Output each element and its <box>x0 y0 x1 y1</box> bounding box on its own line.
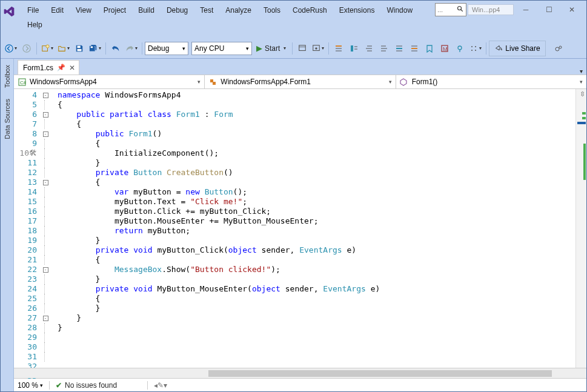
maximize-button[interactable]: ☐ <box>538 3 560 16</box>
issues-text: No issues found <box>65 381 117 390</box>
menu-build[interactable]: Build <box>132 3 161 18</box>
menu-tools[interactable]: Tools <box>257 3 287 18</box>
save-all-button[interactable] <box>87 41 103 56</box>
quick-launch-search[interactable] <box>435 3 466 16</box>
toolbar-btn-g1[interactable] <box>331 41 346 56</box>
nav-member-label: Form1() <box>412 78 438 86</box>
browser-link-dropdown[interactable] <box>310 41 326 56</box>
visual-studio-icon <box>3 5 15 18</box>
document-tab-strip: Form1.cs 📌 ✕ ▾ <box>14 59 586 75</box>
check-icon: ✔ <box>56 381 62 390</box>
menu-window[interactable]: Window <box>380 3 419 18</box>
browser-link-button[interactable] <box>295 41 310 56</box>
document-tab-label: Form1.cs <box>23 64 53 72</box>
bookmark-button[interactable] <box>422 41 437 56</box>
svg-point-36 <box>475 46 476 47</box>
menu-test[interactable]: Test <box>194 3 219 18</box>
menu-analyze[interactable]: Analyze <box>219 3 257 18</box>
tag-nav-icon[interactable]: ◂✎▾ <box>154 381 167 390</box>
close-button[interactable]: ✕ <box>561 3 583 16</box>
navigation-bar: C# WindowsFormsApp4 ▾ WindowsFormsApp4.F… <box>14 75 586 89</box>
code-area[interactable]: namespace WindowsFormsApp4{ public parti… <box>50 89 575 368</box>
horizontal-scrollbar[interactable] <box>14 368 586 378</box>
menu-coderush[interactable]: CodeRush <box>287 3 333 18</box>
menu-project[interactable]: Project <box>98 3 132 18</box>
svg-line-1 <box>461 9 463 11</box>
method-marker-button[interactable]: M <box>437 41 452 56</box>
nav-forward-button[interactable] <box>19 41 34 56</box>
svg-rect-7 <box>78 48 82 51</box>
vertical-scrollbar[interactable]: ⇳ <box>575 89 586 368</box>
menu-help[interactable]: Help <box>21 18 48 32</box>
svg-text:C#: C# <box>20 80 26 85</box>
uncomment-button[interactable] <box>407 41 422 56</box>
svg-rect-6 <box>78 45 81 48</box>
line-number-gutter: 45678910🛠1112131415161718192021222324252… <box>14 89 41 368</box>
svg-point-5 <box>46 44 49 47</box>
rail-tab-toolbox[interactable]: Toolbox <box>2 61 12 91</box>
indent-increase-button[interactable] <box>377 41 391 56</box>
nav-class-label: WindowsFormsApp4.Form1 <box>221 78 311 86</box>
menu-view[interactable]: View <box>70 3 98 18</box>
save-button[interactable] <box>72 41 87 56</box>
nav-class-combo[interactable]: WindowsFormsApp4.Form1 ▾ <box>205 75 396 88</box>
svg-point-33 <box>458 46 462 50</box>
menu-bar: FileEditViewProjectBuildDebugTestAnalyze… <box>21 3 435 32</box>
nav-member-combo[interactable]: Form1() ▾ <box>396 75 586 88</box>
toolbar-btn-g2[interactable] <box>347 41 361 56</box>
location-button[interactable] <box>453 41 467 56</box>
svg-point-35 <box>471 46 473 47</box>
feedback-button[interactable] <box>551 41 566 56</box>
rail-tab-data-sources[interactable]: Data Sources <box>2 95 12 143</box>
svg-point-37 <box>471 50 473 51</box>
new-project-button[interactable] <box>39 41 55 56</box>
editor-footer: 100 %▾ ✔ No issues found ◂✎▾ <box>14 378 586 391</box>
method-icon <box>400 78 408 86</box>
minimize-button[interactable]: ─ <box>515 3 537 16</box>
svg-point-40 <box>559 46 562 48</box>
undo-button[interactable] <box>108 41 123 56</box>
svg-rect-9 <box>299 45 306 50</box>
svg-point-12 <box>316 47 318 50</box>
pin-icon[interactable]: 📌 <box>57 64 65 71</box>
split-icon[interactable]: ⇳ <box>580 90 585 98</box>
menu-file[interactable]: File <box>21 3 45 18</box>
search-input[interactable] <box>437 6 454 13</box>
svg-text:M: M <box>443 46 448 52</box>
menu-extensions[interactable]: Extensions <box>333 3 381 18</box>
svg-point-2 <box>5 44 13 51</box>
play-icon: ▶ <box>256 44 262 53</box>
menu-debug[interactable]: Debug <box>161 3 194 18</box>
menu-edit[interactable]: Edit <box>45 3 70 18</box>
zoom-combo[interactable]: 100 %▾ <box>18 381 43 390</box>
toolbar-dotted-button[interactable] <box>468 41 483 56</box>
svg-point-39 <box>555 47 559 51</box>
nav-back-button[interactable] <box>3 41 19 56</box>
redo-button[interactable] <box>124 41 139 56</box>
start-debug-button[interactable]: ▶Start <box>253 41 290 56</box>
document-tab[interactable]: Form1.cs 📌 ✕ <box>18 60 79 75</box>
code-editor[interactable]: 45678910🛠1112131415161718192021222324252… <box>14 89 586 368</box>
tab-overflow-button[interactable]: ▾ <box>580 68 586 75</box>
svg-rect-8 <box>91 46 93 48</box>
titlebar: FileEditViewProjectBuildDebugTestAnalyze… <box>1 1 586 38</box>
live-share-button[interactable]: Live Share <box>489 41 545 56</box>
open-file-button[interactable] <box>56 41 71 56</box>
comment-button[interactable] <box>392 41 406 56</box>
configuration-combo[interactable]: Debug▾ <box>145 42 188 55</box>
outlining-margin[interactable]: ------ <box>41 89 50 368</box>
search-icon <box>457 5 464 15</box>
svg-point-0 <box>458 6 462 10</box>
csharp-project-icon: C# <box>18 78 26 86</box>
platform-combo[interactable]: Any CPU▾ <box>191 42 252 55</box>
close-icon[interactable]: ✕ <box>69 64 75 72</box>
svg-point-3 <box>23 44 30 51</box>
nav-project-label: WindowsFormsApp4 <box>30 78 97 86</box>
svg-rect-16 <box>351 45 353 51</box>
issues-indicator[interactable]: ✔ No issues found <box>56 381 117 390</box>
svg-point-38 <box>475 50 476 51</box>
indent-decrease-button[interactable] <box>362 41 376 56</box>
nav-project-combo[interactable]: C# WindowsFormsApp4 ▾ <box>14 75 205 88</box>
share-icon <box>494 44 502 52</box>
left-tool-rail: ToolboxData Sources <box>1 59 14 391</box>
